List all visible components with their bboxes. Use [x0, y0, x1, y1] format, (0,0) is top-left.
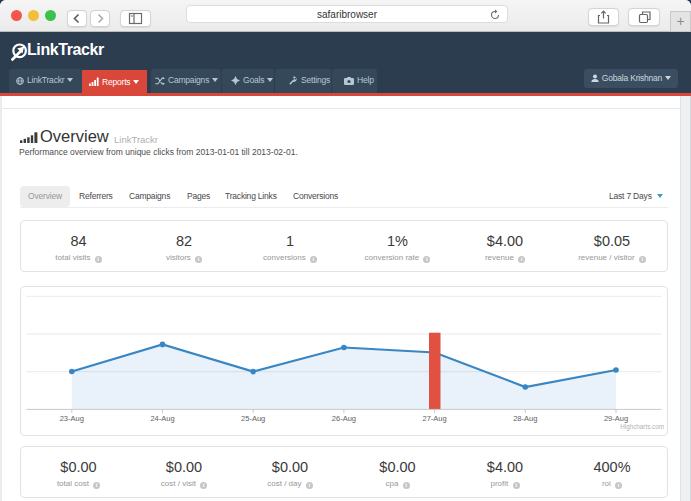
svg-text:28-Aug: 28-Aug — [513, 414, 537, 423]
svg-text:23-Aug: 23-Aug — [60, 414, 84, 423]
svg-text:Highcharts.com: Highcharts.com — [620, 423, 664, 431]
svg-text:27-Aug: 27-Aug — [423, 414, 447, 423]
svg-text:26-Aug: 26-Aug — [332, 414, 356, 423]
svg-text:29-Aug: 29-Aug — [604, 414, 628, 423]
svg-text:24-Aug: 24-Aug — [150, 414, 174, 423]
svg-text:25-Aug: 25-Aug — [241, 414, 265, 423]
